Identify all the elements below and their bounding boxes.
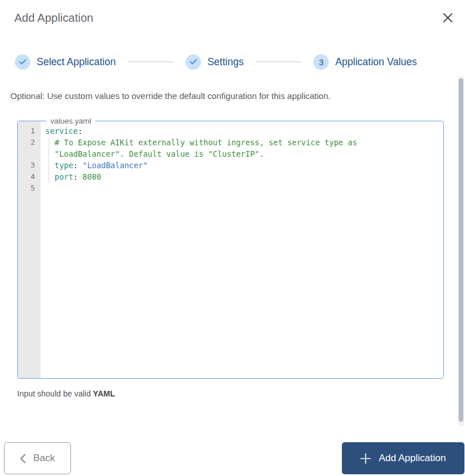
close-icon <box>441 18 455 26</box>
line-number <box>18 148 41 160</box>
chevron-left-icon <box>20 454 26 463</box>
line-number: 3 <box>18 160 41 171</box>
step-2-circle <box>186 54 201 70</box>
code-token-punct: : <box>73 161 82 170</box>
step-3-number: 3 <box>319 57 324 67</box>
editor-filename-legend: values.yaml <box>46 116 95 126</box>
code-line[interactable]: type: "LoadBalancer" <box>41 160 442 171</box>
line-number: 1 <box>18 125 41 137</box>
code-token-comment: "LoadBalancer". Default value is "Cluste… <box>54 149 264 158</box>
hint-text: Input should be valid <box>17 389 93 398</box>
scrollbar-thumb[interactable] <box>459 78 463 422</box>
plus-icon <box>360 453 371 464</box>
hint-emphasis: YAML <box>93 389 115 398</box>
dialog-title: Add Application <box>14 11 93 25</box>
step-3-label: Application Values <box>335 56 417 68</box>
wizard-stepper: Select Application Settings 3 Applicatio… <box>15 54 417 70</box>
code-token-key: service <box>45 126 78 136</box>
step-settings[interactable]: Settings <box>186 54 243 70</box>
step-select-application[interactable]: Select Application <box>15 54 116 70</box>
add-application-button[interactable]: Add Application <box>342 442 464 474</box>
code-token-key: port <box>54 172 73 181</box>
code-token-plain <box>45 149 54 158</box>
code-line[interactable]: service: <box>41 125 442 137</box>
code-token-plain <box>45 172 54 181</box>
step-connector <box>128 61 174 62</box>
check-icon <box>19 59 26 65</box>
code-token-key: type <box>54 161 73 170</box>
yaml-editor[interactable]: values.yaml 12345 service: # To Expose A… <box>17 121 444 379</box>
back-button-label: Back <box>33 453 55 464</box>
indent-guide <box>49 137 49 182</box>
check-icon <box>190 59 197 65</box>
code-token-number: 8080 <box>82 172 101 181</box>
line-number: 4 <box>18 171 41 183</box>
step-1-label: Select Application <box>37 56 116 68</box>
code-token-punct: : <box>73 172 82 181</box>
step-connector <box>255 61 301 62</box>
close-button[interactable] <box>439 9 457 27</box>
step-application-values[interactable]: 3 Application Values <box>313 54 417 70</box>
yaml-validation-hint: Input should be valid YAML <box>17 389 115 398</box>
step-2-label: Settings <box>207 56 243 68</box>
code-token-comment: # To Expose AIKit externally without ing… <box>54 138 357 147</box>
back-button[interactable]: Back <box>4 442 71 474</box>
code-line[interactable]: # To Expose AIKit externally without ing… <box>41 137 442 148</box>
code-token-plain <box>45 138 54 147</box>
editor-gutter-numbers: 12345 <box>18 125 41 194</box>
optional-description: Optional: Use custom values to override … <box>10 91 330 101</box>
add-application-button-label: Add Application <box>379 453 446 464</box>
step-1-circle <box>15 54 30 70</box>
vertical-scrollbar[interactable] <box>458 76 464 426</box>
editor-code-lines[interactable]: service: # To Expose AIKit externally wi… <box>41 125 442 194</box>
step-3-circle: 3 <box>313 54 329 70</box>
code-token-plain <box>45 161 54 170</box>
code-line[interactable]: port: 8080 <box>41 171 442 183</box>
code-line[interactable] <box>41 183 442 194</box>
line-number: 2 <box>18 137 41 148</box>
line-number: 5 <box>18 183 41 194</box>
code-line[interactable]: "LoadBalancer". Default value is "Cluste… <box>41 148 442 160</box>
code-token-string: "LoadBalancer" <box>82 161 148 170</box>
code-token-punct: : <box>78 126 82 136</box>
